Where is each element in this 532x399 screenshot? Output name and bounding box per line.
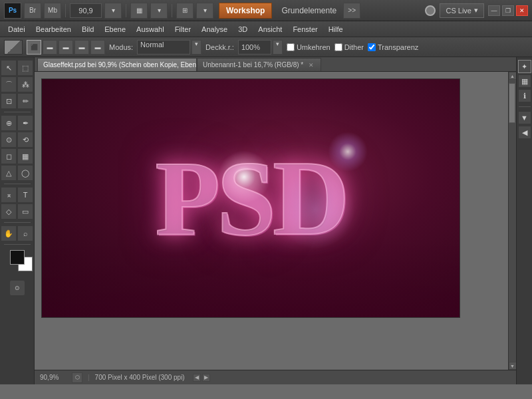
titlebar: Ps Br Mb 90,9 ▾ ▦ ▾ ⊞ ▾ Workshop Grundel…	[0, 0, 532, 21]
tab-glaseffekt[interactable]: Glaseffekt.psd bei 90,9% (Schein oben Ko…	[37, 58, 197, 71]
brush-tool[interactable]: ✒	[17, 115, 33, 131]
tool-sep-3	[4, 222, 31, 223]
clone-tool[interactable]: ⊙	[1, 132, 17, 148]
color-area	[10, 250, 25, 265]
view-mode-btn2[interactable]: ▾	[150, 3, 168, 19]
dither-label: Dither	[344, 43, 364, 51]
gradient-tool[interactable]: ▦	[17, 148, 33, 164]
rp-info-btn[interactable]: ℹ	[518, 89, 531, 102]
cs-live-button[interactable]: CS Live ▾	[440, 3, 484, 18]
minibr-btn[interactable]: Mb	[44, 3, 61, 19]
quick-mask-btn[interactable]: ⊙	[9, 280, 25, 296]
view-mode-btn1[interactable]: ▦	[130, 3, 148, 19]
type-tool[interactable]: T	[17, 187, 33, 203]
lasso-tool[interactable]: ⌒	[1, 76, 17, 92]
umkehren-checkbox[interactable]	[287, 43, 295, 51]
shape-btn-2[interactable]: ▬	[43, 40, 57, 55]
zoom-percent: 90,9%	[40, 374, 66, 381]
rp-collapse-btn[interactable]: ◀	[518, 126, 531, 139]
arrange-dropdown[interactable]: ▾	[196, 3, 213, 19]
menu-item-bearbeiten[interactable]: Bearbeiten	[31, 23, 76, 35]
mode-label: Modus:	[109, 43, 133, 51]
menu-item-3d[interactable]: 3D	[233, 23, 253, 35]
hand-tool[interactable]: ✋	[1, 225, 17, 241]
workshop-button[interactable]: Workshop	[219, 3, 272, 19]
canvas-wrapper[interactable]: PSD PSD	[35, 72, 508, 370]
blur-tool[interactable]: △	[1, 165, 17, 181]
transparenz-checkbox[interactable]	[368, 43, 376, 51]
psd-canvas: PSD PSD	[41, 78, 460, 318]
menu-item-fenster[interactable]: Fenster	[287, 23, 323, 35]
magic-wand-tool[interactable]: ⁂	[17, 76, 33, 92]
dodge-tool[interactable]: ◯	[17, 165, 33, 181]
tool-sep-2	[4, 184, 31, 184]
opacity-stepper[interactable]: ▾	[273, 40, 283, 55]
status-info: 700 Pixel x 400 Pixel (300 ppi)	[95, 374, 185, 381]
sep2	[126, 4, 126, 17]
move-tool[interactable]: ↖	[1, 60, 17, 76]
menu-item-ebene[interactable]: Ebene	[99, 23, 131, 35]
right-panel: ✦ ▦ ℹ ▼ ◀	[516, 57, 532, 384]
eyedropper-tool[interactable]: ✏	[17, 93, 33, 109]
spot-heal-tool[interactable]: ⊕	[1, 115, 17, 131]
dither-group: Dither	[334, 43, 364, 51]
minimize-button[interactable]: —	[488, 5, 500, 16]
pen-tool[interactable]: ⌅	[1, 187, 17, 203]
menu-item-hilfe[interactable]: Hilfe	[323, 23, 348, 35]
umkehren-label: Umkehren	[297, 43, 331, 51]
menu-item-bild[interactable]: Bild	[76, 23, 99, 35]
lens-glow-2	[328, 132, 368, 172]
marquee-tool[interactable]: ⬚	[17, 60, 33, 76]
scroll-down-btn[interactable]: ▼	[509, 362, 517, 370]
mode-dropdown[interactable]: Normal	[137, 40, 190, 55]
menu-item-filter[interactable]: Filter	[170, 23, 196, 35]
rp-layers-btn[interactable]: ▼	[518, 111, 531, 124]
arrange-btn[interactable]: ⊞	[176, 3, 194, 19]
rp-histogram-btn[interactable]: ▦	[518, 74, 531, 88]
maximize-button[interactable]: ❐	[502, 5, 514, 16]
grundelemente-button[interactable]: Grundelemente	[277, 4, 340, 17]
toolbox: ↖ ⬚ ⌒ ⁂ ⊡ ✏ ⊕ ✒ ⊙ ⟲ ◻ ▦ △ ◯ ⌅	[0, 57, 35, 384]
optionsbar: ⬛ ▬ ▬ ▬ ▬ Modus: Normal ▾ Deckk.r.: 100%…	[0, 37, 532, 57]
path-select-tool[interactable]: ◇	[1, 203, 17, 219]
mode-dropdown-arrow[interactable]: ▾	[192, 40, 201, 55]
status-prev-btn[interactable]: ◀	[193, 374, 201, 382]
scroll-thumb[interactable]	[509, 83, 515, 123]
vertical-scrollbar[interactable]: ▲ ▼	[508, 72, 516, 370]
cs-live-icon	[425, 5, 436, 16]
foreground-color[interactable]	[10, 250, 25, 265]
dither-checkbox[interactable]	[334, 43, 342, 51]
menu-item-ansicht[interactable]: Ansicht	[253, 23, 287, 35]
tab-bar: Glaseffekt.psd bei 90,9% (Schein oben Ko…	[35, 57, 516, 72]
menu-item-analyse[interactable]: Analyse	[196, 23, 233, 35]
scroll-track[interactable]	[509, 80, 516, 362]
zoom-tool[interactable]: ⌕	[17, 225, 33, 241]
document-area: Glaseffekt.psd bei 90,9% (Schein oben Ko…	[35, 57, 516, 384]
shape-btn-3[interactable]: ▬	[59, 40, 73, 55]
more-workspaces-btn[interactable]: >>	[343, 3, 360, 19]
shape-btn-4[interactable]: ▬	[74, 40, 89, 55]
rp-star-btn[interactable]: ✦	[518, 60, 531, 73]
umkehren-group: Umkehren	[287, 43, 331, 51]
sep1	[65, 4, 66, 17]
history-brush-tool[interactable]: ⟲	[17, 132, 33, 148]
bridge-btn[interactable]: Br	[24, 3, 41, 19]
status-info-btn[interactable]: ⬡	[72, 372, 82, 383]
crop-tool[interactable]: ⊡	[1, 93, 17, 109]
status-next-btn[interactable]: ▶	[202, 374, 210, 382]
zoom-dropdown[interactable]: ▾	[104, 3, 122, 19]
menu-item-datei[interactable]: Datei	[3, 23, 31, 35]
shape-btn-5[interactable]: ▬	[90, 40, 105, 55]
eraser-tool[interactable]: ◻	[1, 148, 17, 164]
menu-item-auswahl[interactable]: Auswahl	[131, 23, 170, 35]
tab-unbenannt[interactable]: Unbenannt-1 bei 16,7% (RGB/8) * ✕	[197, 58, 321, 71]
tab-unbenannt-close[interactable]: ✕	[307, 61, 315, 69]
brush-preview	[4, 40, 23, 55]
shape-btn-1[interactable]: ⬛	[27, 40, 41, 55]
shape-tool[interactable]: ▭	[17, 203, 33, 219]
rp-divider	[519, 106, 531, 107]
tool-sep-1	[4, 112, 31, 112]
transparenz-label: Transparenz	[378, 43, 418, 51]
scroll-up-btn[interactable]: ▲	[509, 72, 517, 80]
close-button[interactable]: ✕	[516, 5, 528, 16]
